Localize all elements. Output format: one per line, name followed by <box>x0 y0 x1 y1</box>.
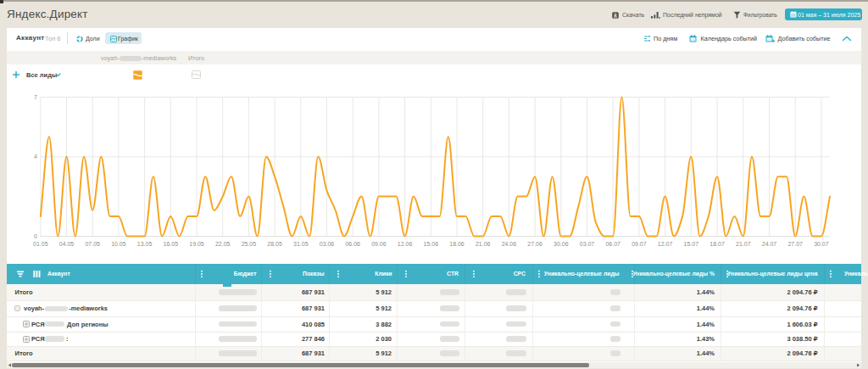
svg-text:19.05: 19.05 <box>189 241 204 247</box>
svg-text:06.06: 06.06 <box>345 241 360 247</box>
svg-text:25.05: 25.05 <box>242 241 257 247</box>
svg-text:18.07: 18.07 <box>709 241 725 247</box>
svg-text:12.07: 12.07 <box>658 241 673 247</box>
svg-text:22.05: 22.05 <box>215 241 231 247</box>
svg-text:21.07: 21.07 <box>736 241 751 247</box>
svg-text:03.06: 03.06 <box>320 241 335 247</box>
svg-text:18.06: 18.06 <box>449 241 465 247</box>
svg-text:09.07: 09.07 <box>632 241 647 247</box>
svg-text:15.06: 15.06 <box>424 241 439 247</box>
svg-text:09.06: 09.06 <box>371 241 387 247</box>
svg-text:30.06: 30.06 <box>554 241 569 247</box>
svg-text:0: 0 <box>34 233 37 239</box>
svg-text:28.05: 28.05 <box>267 241 282 247</box>
svg-text:12.06: 12.06 <box>398 241 413 247</box>
svg-text:10.05: 10.05 <box>111 241 126 247</box>
svg-text:24.06: 24.06 <box>502 241 517 247</box>
svg-text:07.05: 07.05 <box>85 241 100 247</box>
svg-text:03.07: 03.07 <box>580 241 595 247</box>
svg-text:30.07: 30.07 <box>814 241 829 247</box>
svg-text:27.07: 27.07 <box>787 241 803 247</box>
svg-text:7: 7 <box>34 94 37 100</box>
svg-text:24.07: 24.07 <box>762 241 777 247</box>
svg-text:16.05: 16.05 <box>164 241 179 247</box>
svg-text:21.06: 21.06 <box>476 241 491 247</box>
svg-text:27.06: 27.06 <box>527 241 542 247</box>
svg-text:06.07: 06.07 <box>605 241 620 247</box>
svg-text:15.07: 15.07 <box>684 241 699 247</box>
svg-text:31.05: 31.05 <box>293 241 309 247</box>
svg-text:13.05: 13.05 <box>137 241 153 247</box>
svg-text:04.05: 04.05 <box>59 241 75 247</box>
svg-text:01.05: 01.05 <box>33 241 48 247</box>
svg-text:4: 4 <box>34 154 37 159</box>
